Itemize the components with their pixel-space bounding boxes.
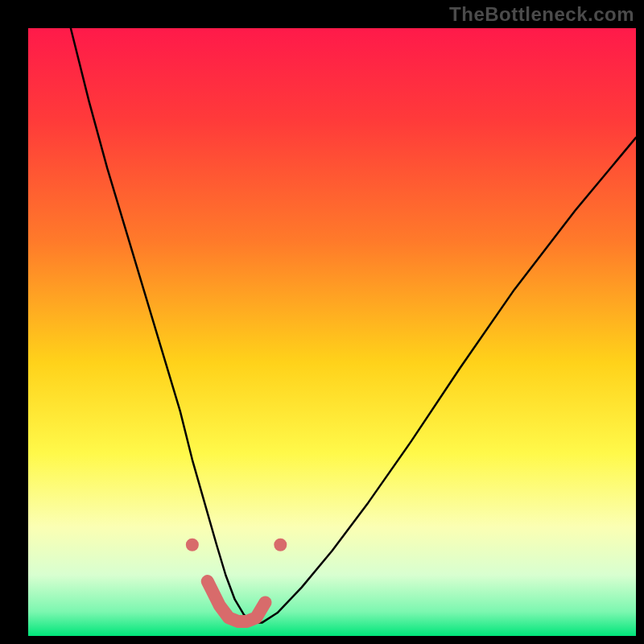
chart-frame: TheBottleneck.com bbox=[0, 0, 644, 644]
bottleneck-plot bbox=[0, 0, 644, 644]
watermark-text: TheBottleneck.com bbox=[449, 3, 634, 26]
marker-dot bbox=[186, 539, 199, 551]
marker-dot bbox=[274, 539, 287, 551]
plot-background bbox=[28, 28, 636, 636]
